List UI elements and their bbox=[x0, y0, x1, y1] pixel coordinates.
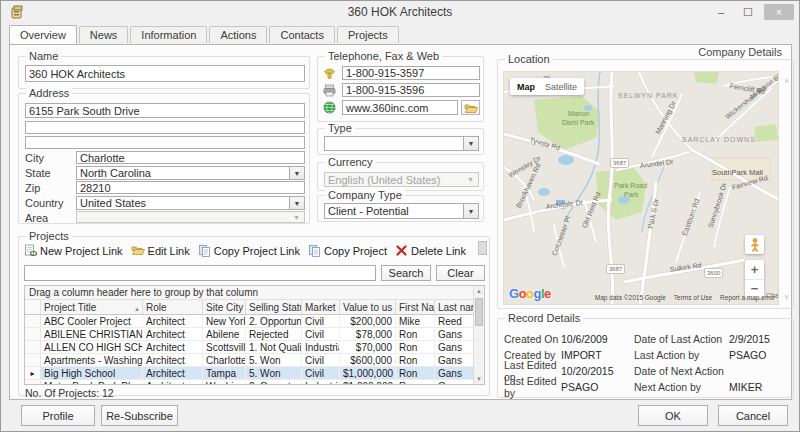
report-error-link[interactable]: Report a map error bbox=[720, 294, 775, 301]
toolbar-overflow-icon[interactable] bbox=[478, 241, 487, 255]
tab-news[interactable]: News bbox=[79, 26, 129, 43]
minimize-button[interactable]: – bbox=[710, 4, 732, 20]
row-indicator bbox=[25, 354, 41, 366]
map-labels: Seneca PlSELWYN PARKMarionDiehl ParkTyvo… bbox=[504, 72, 778, 304]
column-header-selling-status[interactable]: Selling Status bbox=[246, 300, 302, 314]
table-row[interactable]: ALLEN CO HIGH SCHOOL PH 2ArchitectScotts… bbox=[25, 341, 484, 354]
table-cell: Apartments - Washington bbox=[41, 354, 143, 366]
area-label: Area bbox=[25, 212, 48, 224]
company-type-select[interactable]: Client - Potential ▼ bbox=[324, 203, 479, 219]
tab-projects[interactable]: Projects bbox=[337, 26, 399, 43]
chevron-down-icon[interactable]: ▼ bbox=[463, 137, 478, 150]
table-cell: Ron bbox=[396, 367, 435, 379]
table-cell: $1,000,000 bbox=[340, 367, 396, 379]
profile-button[interactable]: Profile bbox=[21, 405, 95, 426]
column-header-value-to-us[interactable]: Value to us bbox=[340, 300, 396, 314]
website-input[interactable] bbox=[342, 100, 458, 115]
street-view-pegman[interactable] bbox=[745, 235, 764, 254]
address-line2-input[interactable] bbox=[25, 121, 305, 134]
column-header-role[interactable]: Role bbox=[143, 300, 203, 314]
name-input[interactable] bbox=[25, 65, 305, 82]
google-logo-letter: e bbox=[544, 286, 551, 301]
column-header-site-city[interactable]: Site City bbox=[203, 300, 246, 314]
column-header-first-name[interactable]: First Name bbox=[396, 300, 435, 314]
type-select[interactable]: ▼ bbox=[324, 136, 479, 151]
table-cell: 2. Opportunity bbox=[246, 315, 302, 327]
phone-input[interactable] bbox=[342, 66, 480, 80]
table-row[interactable]: Metro Bank Park Phase 2ArchitectWashingt… bbox=[25, 380, 484, 385]
chevron-down-icon[interactable]: ▼ bbox=[289, 197, 304, 209]
city-input[interactable] bbox=[76, 151, 305, 164]
clear-button[interactable]: Clear bbox=[436, 265, 485, 281]
map-label: BARCLAY DOWNS bbox=[682, 136, 756, 143]
column-header-market[interactable]: Market bbox=[302, 300, 340, 314]
record-field-label: Next Action by bbox=[634, 381, 729, 393]
state-label: State bbox=[25, 167, 51, 179]
toolbar-edit-link-button[interactable]: Edit Link bbox=[131, 244, 190, 258]
terms-link[interactable]: Terms of Use bbox=[674, 294, 712, 301]
maximize-button[interactable]: ☐ bbox=[737, 4, 759, 20]
column-header-last-name[interactable]: Last name bbox=[435, 300, 475, 314]
toolbar-delete-link-button[interactable]: Delete Link bbox=[395, 244, 466, 259]
name-group: Name bbox=[18, 56, 310, 89]
address-line1-input[interactable] bbox=[25, 103, 305, 118]
zip-input[interactable] bbox=[76, 181, 305, 194]
tab-contacts[interactable]: Contacts bbox=[269, 26, 334, 43]
scrollbar-thumb[interactable] bbox=[475, 298, 483, 326]
map-canvas[interactable]: Seneca PlSELWYN PARKMarionDiehl ParkTyvo… bbox=[503, 71, 779, 305]
type-group-label: Type bbox=[325, 122, 355, 134]
project-search-input[interactable] bbox=[24, 265, 376, 281]
area-select[interactable]: ▼ bbox=[76, 211, 305, 223]
table-row[interactable]: ABC Cooler ProjectArchitectNew York ...2… bbox=[25, 315, 484, 328]
fax-icon bbox=[322, 84, 337, 97]
ok-button[interactable]: OK bbox=[638, 405, 708, 426]
scroll-up-icon[interactable]: ∧ bbox=[782, 77, 791, 85]
chevron-down-icon[interactable]: ▼ bbox=[289, 167, 304, 179]
tab-actions[interactable]: Actions bbox=[209, 26, 267, 43]
map-button[interactable]: Map bbox=[517, 82, 535, 92]
scroll-down-icon[interactable]: ▼ bbox=[474, 374, 484, 384]
table-cell: Civil bbox=[302, 328, 340, 340]
tab-information[interactable]: Information bbox=[130, 26, 207, 43]
state-select[interactable]: North Carolina ▼ bbox=[76, 166, 305, 180]
name-group-label: Name bbox=[26, 50, 61, 62]
table-row[interactable]: ABILENE CHRISTIAN RECREATI...ArchitectAb… bbox=[25, 328, 484, 341]
record-field-value: PSAGO bbox=[561, 381, 634, 393]
panel-scrollbar[interactable]: ∧ ∨ bbox=[782, 71, 791, 305]
map-label: Park bbox=[624, 191, 638, 198]
title-bar[interactable]: 360 HOK Architects – ☐ × bbox=[1, 1, 799, 25]
map-type-control[interactable]: Map Satellite bbox=[510, 78, 584, 95]
table-row[interactable]: ▸Big High SchoolArchitectTampa5. WonCivi… bbox=[25, 367, 484, 380]
group-by-hint[interactable]: Drag a column header here to group by th… bbox=[25, 286, 484, 300]
edit-link-icon bbox=[131, 244, 145, 258]
country-select[interactable]: United States ▼ bbox=[76, 196, 305, 210]
toolbar-new-project-link-button[interactable]: New Project Link bbox=[24, 244, 123, 259]
column-header-label: Value to us bbox=[343, 302, 392, 313]
chevron-down-icon[interactable]: ▼ bbox=[463, 204, 478, 218]
toolbar-copy-project-button[interactable]: Copy Project bbox=[308, 244, 387, 259]
open-website-button[interactable] bbox=[461, 100, 480, 115]
tab-overview[interactable]: Overview bbox=[9, 25, 77, 44]
app-icon bbox=[10, 5, 24, 19]
grid-header: Project Title▲RoleSite CitySelling Statu… bbox=[25, 300, 484, 315]
table-cell: ALLEN CO HIGH SCHOOL PH 2 bbox=[41, 341, 143, 353]
fax-input[interactable] bbox=[342, 83, 480, 97]
table-cell: Architect bbox=[143, 367, 203, 379]
close-button[interactable]: × bbox=[764, 4, 794, 20]
grid-scrollbar[interactable]: ▲ ▼ bbox=[473, 286, 484, 384]
scroll-up-icon[interactable]: ▲ bbox=[474, 286, 484, 296]
column-header-project-title[interactable]: Project Title▲ bbox=[41, 300, 143, 314]
scroll-down-icon[interactable]: ∨ bbox=[782, 293, 791, 301]
satellite-button[interactable]: Satellite bbox=[545, 82, 577, 92]
globe-icon bbox=[322, 101, 337, 114]
column-header-label: Last name bbox=[438, 302, 475, 313]
address-line3-input[interactable] bbox=[25, 136, 305, 149]
cancel-button[interactable]: Cancel bbox=[718, 405, 788, 426]
resubscribe-button[interactable]: Re-Subscribe bbox=[101, 405, 178, 426]
search-button[interactable]: Search bbox=[381, 265, 431, 281]
chevron-down-icon[interactable]: ▼ bbox=[289, 212, 304, 222]
table-row[interactable]: Apartments - WashingtonArchitectCharlott… bbox=[25, 354, 484, 367]
zoom-in-button[interactable]: + bbox=[745, 260, 764, 280]
toolbar-button-label: New Project Link bbox=[40, 245, 123, 257]
toolbar-copy-project-link-button[interactable]: Copy Project Link bbox=[198, 244, 300, 259]
